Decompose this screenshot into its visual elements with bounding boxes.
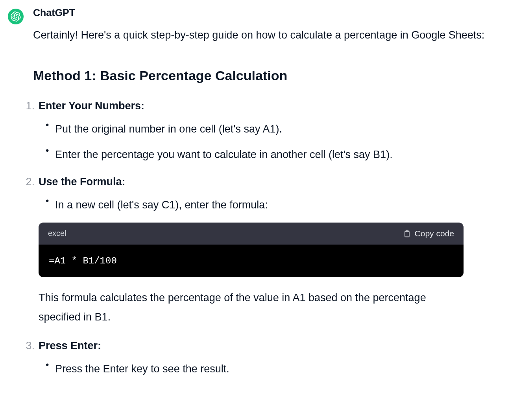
code-header: excel Copy code [39, 223, 464, 245]
code-explanation: This formula calculates the percentage o… [39, 288, 464, 328]
step-2-bullets: In a new cell (let's say C1), enter the … [55, 197, 524, 214]
step-title: Use the Formula: [39, 176, 126, 188]
list-item: In a new cell (let's say C1), enter the … [55, 197, 524, 214]
step-1: Enter Your Numbers: Put the original num… [23, 100, 524, 163]
svg-rect-0 [405, 231, 409, 237]
step-title: Enter Your Numbers: [39, 100, 144, 112]
assistant-avatar [8, 9, 24, 24]
copy-code-label: Copy code [415, 229, 454, 238]
chatgpt-logo-icon [11, 11, 21, 22]
step-3: Press Enter: Press the Enter key to see … [23, 340, 524, 377]
code-block: excel Copy code =A1 * B1/100 [39, 223, 464, 277]
steps-list: Enter Your Numbers: Put the original num… [23, 100, 524, 378]
code-content: =A1 * B1/100 [39, 245, 464, 277]
method-heading: Method 1: Basic Percentage Calculation [33, 68, 524, 83]
assistant-message: ChatGPT Certainly! Here's a quick step-b… [8, 7, 524, 390]
clipboard-icon [403, 229, 411, 238]
step-title: Press Enter: [39, 340, 101, 352]
code-lang-label: excel [48, 229, 66, 238]
copy-code-button[interactable]: Copy code [403, 229, 454, 238]
author-name: ChatGPT [33, 7, 524, 18]
intro-text: Certainly! Here's a quick step-by-step g… [33, 26, 524, 45]
list-item: Press the Enter key to see the result. [55, 361, 524, 377]
list-item: Put the original number in one cell (let… [55, 121, 524, 138]
step-2: Use the Formula: In a new cell (let's sa… [23, 176, 524, 327]
message-content: ChatGPT Certainly! Here's a quick step-b… [33, 7, 524, 390]
step-3-bullets: Press the Enter key to see the result. [55, 361, 524, 377]
list-item: Enter the percentage you want to calcula… [55, 146, 524, 163]
step-1-bullets: Put the original number in one cell (let… [55, 121, 524, 163]
